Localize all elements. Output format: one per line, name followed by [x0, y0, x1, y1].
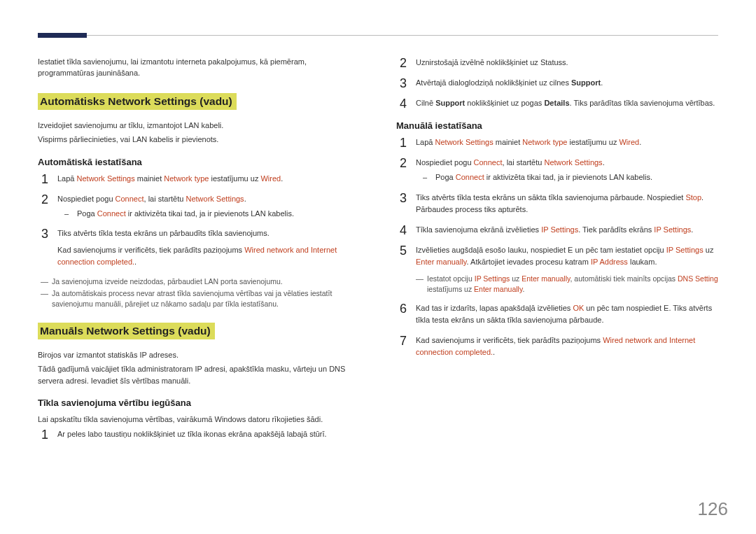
t: IP Settings: [475, 274, 510, 283]
get-values-step-1: Ar peles labo taustiņu noklikšķiniet uz …: [38, 428, 360, 440]
t: . Tiek parādīts ekrāns: [578, 225, 654, 234]
t: , lai startētu: [503, 158, 545, 167]
t: Poga: [77, 209, 97, 218]
t: Nospiediet pogu: [416, 158, 474, 167]
left-column: Iestatiet tīkla savienojumu, lai izmanto…: [38, 57, 360, 449]
get-values-steps: Ar peles labo taustiņu noklikšķiniet uz …: [38, 428, 360, 440]
t: Atvērtajā dialoglodziņā noklikšķiniet uz…: [416, 78, 571, 87]
t: Connect: [115, 195, 144, 203]
manual-p2: Tādā gadījumā vaicājiet tīkla administra…: [38, 363, 360, 386]
t: Izvēlieties augšdaļā esošo lauku, nospie…: [416, 246, 568, 254]
page-number: 126: [698, 498, 728, 520]
t: Iestatot opciju: [427, 274, 475, 283]
t: Network Settings: [77, 174, 135, 183]
t: un pēc tam iestatiet opciju: [573, 246, 666, 254]
t: Connect: [97, 209, 126, 218]
footnote-2: ― Ja automātiskais process nevar atrast …: [38, 288, 360, 309]
t: Network Settings: [186, 195, 244, 203]
t: , automātiski tiek mainīts opcijas: [570, 274, 678, 283]
right-top-steps: Uznirstošajā izvēlnē noklikšķiniet uz St…: [396, 57, 718, 109]
man-step-1: Lapā Network Settings mainiet Network ty…: [396, 136, 718, 148]
t: ir aktivizēta tikai tad, ja ir pievienot…: [126, 209, 294, 218]
dash-icon: –: [64, 208, 69, 220]
footnote-1: ― Ja savienojuma izveide neizdodas, pārb…: [38, 276, 360, 287]
t: uz: [704, 246, 714, 254]
t: Uznirstošajā izvēlnē noklikšķiniet uz St…: [416, 58, 568, 66]
t: Connect: [474, 158, 503, 167]
t: .: [601, 78, 603, 87]
t: Kad savienojums ir verificēts, tiek parā…: [57, 246, 244, 254]
t: Network type: [164, 174, 209, 183]
man-step-3: Tiks atvērts tīkla testa ekrāns un sākta…: [396, 192, 718, 216]
t: Lapā: [57, 174, 77, 183]
t: iestatījumu uz: [567, 138, 619, 146]
dash-icon: –: [423, 171, 427, 183]
columns: Iestatiet tīkla savienojumu, lai izmanto…: [38, 57, 718, 449]
t: Nospiediet pogu: [57, 195, 115, 203]
page-container: Iestatiet tīkla savienojumu, lai izmanto…: [0, 0, 756, 449]
man-step-5: Izvēlieties augšdaļā esošo lauku, nospie…: [396, 244, 718, 294]
t: Support: [435, 99, 465, 107]
footnote-mark-icon: ―: [41, 288, 48, 299]
t: Support: [571, 78, 601, 87]
auto-step-2-note: – Poga Connect ir aktivizēta tikai tad, …: [57, 208, 360, 220]
t: IP Settings: [654, 225, 691, 234]
t: laukam.: [628, 258, 657, 266]
auto-step-1: Lapā Network Settings mainiet Network ty…: [38, 173, 360, 185]
sub-get-values: Tīkla savienojuma vērtību iegūšana: [38, 398, 360, 408]
get-values-p: Lai apskatītu tīkla savienojuma vērtības…: [38, 414, 360, 426]
t: Enter manually: [474, 285, 522, 293]
t: Ja savienojuma izveide neizdodas, pārbau…: [52, 277, 283, 286]
auto-steps: Lapā Network Settings mainiet Network ty…: [38, 173, 360, 268]
t: .: [603, 158, 605, 167]
footnote-mark-icon: ―: [41, 276, 48, 287]
t: Details: [544, 99, 569, 107]
t: IP Settings: [666, 246, 704, 254]
t: Enter manually: [522, 274, 570, 283]
t: Kad savienojums ir verificēts, tiek parā…: [416, 336, 603, 344]
man-step-5-footnote: ― Iestatot opciju IP Settings uz Enter m…: [416, 274, 718, 294]
right-step-2: Uznirstošajā izvēlnē noklikšķiniet uz St…: [396, 57, 718, 69]
t: Network type: [522, 138, 567, 146]
t: OK: [573, 304, 584, 312]
t: . Tiks parādītas tīkla savienojuma vērtī…: [570, 99, 715, 107]
t: un pēc tam nospiediet: [584, 304, 664, 312]
top-divider: [38, 35, 718, 36]
t: Wired: [260, 174, 281, 183]
manual-p1: Birojos var izmantot statiskās IP adrese…: [38, 349, 360, 361]
t: Connect: [456, 173, 484, 181]
t: iestatījumu uz: [209, 174, 260, 183]
man-step-2: Nospiediet pogu Connect, lai startētu Ne…: [396, 157, 718, 183]
t: Kad tas ir izdarīts, lapas apakšdaļā izv…: [416, 304, 573, 312]
t: IP Address: [591, 258, 628, 266]
t: Cilnē: [416, 99, 435, 107]
t: Tīkla savienojuma ekrānā izvēlieties: [416, 225, 541, 234]
auto-p1: Izveidojiet savienojumu ar tīklu, izmant…: [38, 120, 360, 132]
t: Tiks atvērts tīkla testa ekrāns un pārba…: [57, 229, 270, 237]
t: Enter manually: [416, 258, 467, 266]
t: Tiks atvērts tīkla testa ekrāns un sākta…: [416, 193, 685, 202]
t: IP Settings: [541, 225, 578, 234]
auto-step-3: Tiks atvērts tīkla testa ekrāns un pārba…: [38, 227, 360, 267]
t: Stop: [685, 193, 701, 202]
manual-steps: Lapā Network Settings mainiet Network ty…: [396, 136, 718, 358]
t: .: [281, 174, 283, 183]
t: .: [244, 195, 246, 203]
man-step-4: Tīkla savienojuma ekrānā izvēlieties IP …: [396, 224, 718, 236]
footnote-mark-icon: ―: [416, 274, 424, 284]
t: .: [522, 285, 524, 293]
man-step-7: Kad savienojums ir verificēts, tiek parā…: [396, 335, 718, 358]
t: ir aktivizēta tikai tad, ja ir pievienot…: [484, 173, 652, 181]
t: noklikšķiniet uz pogas: [465, 99, 544, 107]
t: DNS Setting: [678, 274, 718, 283]
sub-auto-setup: Automātiskā iestatīšana: [38, 157, 360, 167]
intro-text: Iestatiet tīkla savienojumu, lai izmanto…: [38, 57, 360, 79]
t: mainiet: [493, 138, 523, 146]
t: iestatījums uz: [427, 285, 474, 293]
t: Wired: [619, 138, 639, 146]
t: Lapā: [416, 138, 435, 146]
t: Ja automātiskais process nevar atrast tī…: [52, 289, 332, 308]
section-manual-title: Manuāls Network Settings (vadu): [38, 323, 215, 339]
right-column: Uznirstošajā izvēlnē noklikšķiniet uz St…: [396, 57, 718, 449]
t: , lai startētu: [144, 195, 186, 203]
